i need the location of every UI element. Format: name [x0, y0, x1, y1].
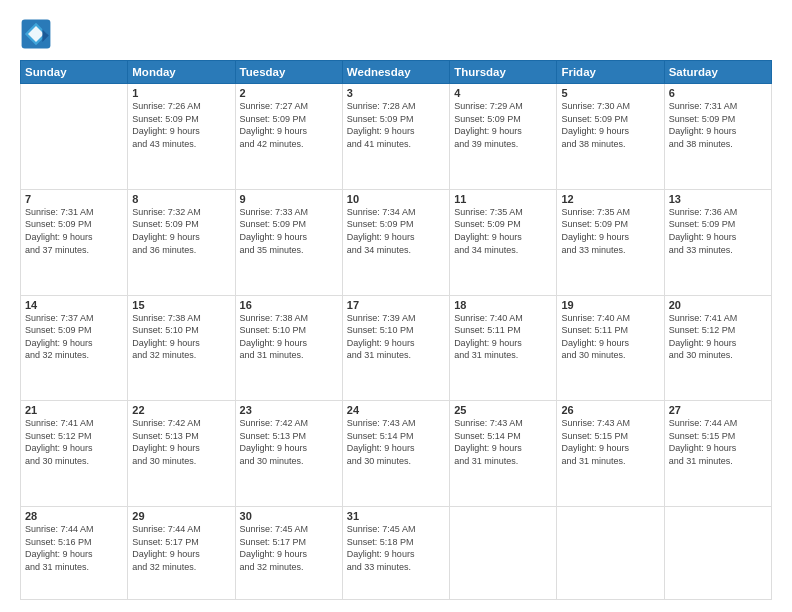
- calendar-cell: 13Sunrise: 7:36 AM Sunset: 5:09 PM Dayli…: [664, 189, 771, 295]
- day-number: 6: [669, 87, 767, 99]
- day-detail: Sunrise: 7:35 AM Sunset: 5:09 PM Dayligh…: [561, 206, 659, 256]
- day-number: 30: [240, 510, 338, 522]
- calendar-cell: 25Sunrise: 7:43 AM Sunset: 5:14 PM Dayli…: [450, 401, 557, 507]
- calendar-cell: 5Sunrise: 7:30 AM Sunset: 5:09 PM Daylig…: [557, 84, 664, 190]
- calendar-cell: 6Sunrise: 7:31 AM Sunset: 5:09 PM Daylig…: [664, 84, 771, 190]
- day-number: 3: [347, 87, 445, 99]
- day-number: 9: [240, 193, 338, 205]
- day-detail: Sunrise: 7:44 AM Sunset: 5:16 PM Dayligh…: [25, 523, 123, 573]
- day-number: 12: [561, 193, 659, 205]
- page: SundayMondayTuesdayWednesdayThursdayFrid…: [0, 0, 792, 612]
- day-number: 31: [347, 510, 445, 522]
- day-detail: Sunrise: 7:34 AM Sunset: 5:09 PM Dayligh…: [347, 206, 445, 256]
- weekday-header-wednesday: Wednesday: [342, 61, 449, 84]
- day-detail: Sunrise: 7:35 AM Sunset: 5:09 PM Dayligh…: [454, 206, 552, 256]
- day-number: 15: [132, 299, 230, 311]
- weekday-header-row: SundayMondayTuesdayWednesdayThursdayFrid…: [21, 61, 772, 84]
- calendar-cell: 26Sunrise: 7:43 AM Sunset: 5:15 PM Dayli…: [557, 401, 664, 507]
- day-number: 28: [25, 510, 123, 522]
- day-number: 16: [240, 299, 338, 311]
- calendar-cell: 19Sunrise: 7:40 AM Sunset: 5:11 PM Dayli…: [557, 295, 664, 401]
- calendar-body: 1Sunrise: 7:26 AM Sunset: 5:09 PM Daylig…: [21, 84, 772, 600]
- calendar-cell: 21Sunrise: 7:41 AM Sunset: 5:12 PM Dayli…: [21, 401, 128, 507]
- calendar-week-3: 21Sunrise: 7:41 AM Sunset: 5:12 PM Dayli…: [21, 401, 772, 507]
- calendar-cell: 28Sunrise: 7:44 AM Sunset: 5:16 PM Dayli…: [21, 507, 128, 600]
- day-detail: Sunrise: 7:31 AM Sunset: 5:09 PM Dayligh…: [25, 206, 123, 256]
- calendar-cell: [557, 507, 664, 600]
- calendar-cell: 27Sunrise: 7:44 AM Sunset: 5:15 PM Dayli…: [664, 401, 771, 507]
- day-detail: Sunrise: 7:37 AM Sunset: 5:09 PM Dayligh…: [25, 312, 123, 362]
- calendar-cell: 1Sunrise: 7:26 AM Sunset: 5:09 PM Daylig…: [128, 84, 235, 190]
- calendar-cell: 24Sunrise: 7:43 AM Sunset: 5:14 PM Dayli…: [342, 401, 449, 507]
- calendar-cell: 16Sunrise: 7:38 AM Sunset: 5:10 PM Dayli…: [235, 295, 342, 401]
- calendar-cell: 3Sunrise: 7:28 AM Sunset: 5:09 PM Daylig…: [342, 84, 449, 190]
- weekday-header-saturday: Saturday: [664, 61, 771, 84]
- day-number: 13: [669, 193, 767, 205]
- calendar-week-0: 1Sunrise: 7:26 AM Sunset: 5:09 PM Daylig…: [21, 84, 772, 190]
- day-detail: Sunrise: 7:30 AM Sunset: 5:09 PM Dayligh…: [561, 100, 659, 150]
- calendar-cell: [21, 84, 128, 190]
- day-number: 19: [561, 299, 659, 311]
- calendar-cell: 22Sunrise: 7:42 AM Sunset: 5:13 PM Dayli…: [128, 401, 235, 507]
- day-detail: Sunrise: 7:29 AM Sunset: 5:09 PM Dayligh…: [454, 100, 552, 150]
- calendar-cell: 29Sunrise: 7:44 AM Sunset: 5:17 PM Dayli…: [128, 507, 235, 600]
- day-detail: Sunrise: 7:45 AM Sunset: 5:18 PM Dayligh…: [347, 523, 445, 573]
- day-number: 2: [240, 87, 338, 99]
- calendar-cell: 18Sunrise: 7:40 AM Sunset: 5:11 PM Dayli…: [450, 295, 557, 401]
- calendar-cell: 30Sunrise: 7:45 AM Sunset: 5:17 PM Dayli…: [235, 507, 342, 600]
- calendar-cell: 8Sunrise: 7:32 AM Sunset: 5:09 PM Daylig…: [128, 189, 235, 295]
- day-number: 21: [25, 404, 123, 416]
- calendar-cell: 23Sunrise: 7:42 AM Sunset: 5:13 PM Dayli…: [235, 401, 342, 507]
- day-detail: Sunrise: 7:41 AM Sunset: 5:12 PM Dayligh…: [25, 417, 123, 467]
- day-detail: Sunrise: 7:43 AM Sunset: 5:15 PM Dayligh…: [561, 417, 659, 467]
- weekday-header-monday: Monday: [128, 61, 235, 84]
- day-number: 23: [240, 404, 338, 416]
- day-detail: Sunrise: 7:40 AM Sunset: 5:11 PM Dayligh…: [454, 312, 552, 362]
- calendar-cell: 7Sunrise: 7:31 AM Sunset: 5:09 PM Daylig…: [21, 189, 128, 295]
- calendar-table: SundayMondayTuesdayWednesdayThursdayFrid…: [20, 60, 772, 600]
- calendar-cell: 14Sunrise: 7:37 AM Sunset: 5:09 PM Dayli…: [21, 295, 128, 401]
- calendar-cell: 11Sunrise: 7:35 AM Sunset: 5:09 PM Dayli…: [450, 189, 557, 295]
- calendar-cell: 12Sunrise: 7:35 AM Sunset: 5:09 PM Dayli…: [557, 189, 664, 295]
- weekday-header-sunday: Sunday: [21, 61, 128, 84]
- calendar-cell: [450, 507, 557, 600]
- day-detail: Sunrise: 7:40 AM Sunset: 5:11 PM Dayligh…: [561, 312, 659, 362]
- day-number: 18: [454, 299, 552, 311]
- calendar-cell: 17Sunrise: 7:39 AM Sunset: 5:10 PM Dayli…: [342, 295, 449, 401]
- day-detail: Sunrise: 7:38 AM Sunset: 5:10 PM Dayligh…: [240, 312, 338, 362]
- calendar-cell: 2Sunrise: 7:27 AM Sunset: 5:09 PM Daylig…: [235, 84, 342, 190]
- day-number: 27: [669, 404, 767, 416]
- day-number: 4: [454, 87, 552, 99]
- day-number: 20: [669, 299, 767, 311]
- calendar-cell: 20Sunrise: 7:41 AM Sunset: 5:12 PM Dayli…: [664, 295, 771, 401]
- day-detail: Sunrise: 7:42 AM Sunset: 5:13 PM Dayligh…: [132, 417, 230, 467]
- day-detail: Sunrise: 7:28 AM Sunset: 5:09 PM Dayligh…: [347, 100, 445, 150]
- day-detail: Sunrise: 7:45 AM Sunset: 5:17 PM Dayligh…: [240, 523, 338, 573]
- day-detail: Sunrise: 7:26 AM Sunset: 5:09 PM Dayligh…: [132, 100, 230, 150]
- day-number: 11: [454, 193, 552, 205]
- day-detail: Sunrise: 7:44 AM Sunset: 5:17 PM Dayligh…: [132, 523, 230, 573]
- logo-icon: [20, 18, 52, 50]
- day-detail: Sunrise: 7:42 AM Sunset: 5:13 PM Dayligh…: [240, 417, 338, 467]
- day-number: 10: [347, 193, 445, 205]
- day-detail: Sunrise: 7:44 AM Sunset: 5:15 PM Dayligh…: [669, 417, 767, 467]
- day-number: 26: [561, 404, 659, 416]
- day-number: 8: [132, 193, 230, 205]
- day-detail: Sunrise: 7:32 AM Sunset: 5:09 PM Dayligh…: [132, 206, 230, 256]
- weekday-header-thursday: Thursday: [450, 61, 557, 84]
- calendar-cell: [664, 507, 771, 600]
- logo: [20, 18, 56, 50]
- day-number: 1: [132, 87, 230, 99]
- day-number: 5: [561, 87, 659, 99]
- day-detail: Sunrise: 7:36 AM Sunset: 5:09 PM Dayligh…: [669, 206, 767, 256]
- day-number: 25: [454, 404, 552, 416]
- calendar-cell: 15Sunrise: 7:38 AM Sunset: 5:10 PM Dayli…: [128, 295, 235, 401]
- calendar-cell: 4Sunrise: 7:29 AM Sunset: 5:09 PM Daylig…: [450, 84, 557, 190]
- day-number: 7: [25, 193, 123, 205]
- day-detail: Sunrise: 7:33 AM Sunset: 5:09 PM Dayligh…: [240, 206, 338, 256]
- weekday-header-friday: Friday: [557, 61, 664, 84]
- day-number: 17: [347, 299, 445, 311]
- calendar-header: SundayMondayTuesdayWednesdayThursdayFrid…: [21, 61, 772, 84]
- day-detail: Sunrise: 7:43 AM Sunset: 5:14 PM Dayligh…: [347, 417, 445, 467]
- calendar-cell: 10Sunrise: 7:34 AM Sunset: 5:09 PM Dayli…: [342, 189, 449, 295]
